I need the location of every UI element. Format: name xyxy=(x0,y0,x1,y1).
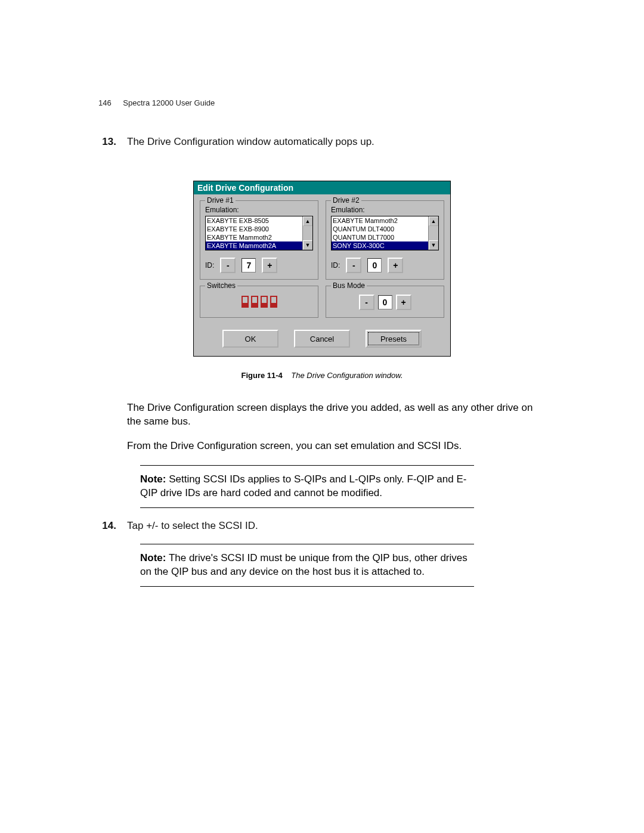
note-rule-bottom xyxy=(140,586,474,587)
step-14-text: Tap +/- to select the SCSI ID. xyxy=(127,520,546,532)
switches-legend: Switches xyxy=(205,281,237,290)
dialog-button-row: OK Cancel Presets xyxy=(200,330,444,348)
drive-2-id-row: ID: - 0 + xyxy=(331,258,439,273)
dip-switch[interactable] xyxy=(261,296,268,308)
note-1-body: Setting SCSI IDs applies to S-QIPs and L… xyxy=(140,473,466,498)
figure-caption: Figure 11-4 The Drive Configuration wind… xyxy=(98,371,546,380)
drive-1-legend: Drive #1 xyxy=(205,196,236,205)
note-1-block: Note: Setting SCSI IDs applies to S-QIPs… xyxy=(140,465,474,508)
drive-1-id-minus-button[interactable]: - xyxy=(220,258,236,273)
drive-1-emulation-listbox[interactable]: EXABYTE EXB-8505 EXABYTE EXB-8900 EXABYT… xyxy=(205,216,313,250)
list-item[interactable]: EXABYTE EXB-8505 xyxy=(206,216,302,225)
paragraph-1: The Drive Configuration screen displays … xyxy=(127,401,546,429)
dip-switch[interactable] xyxy=(251,296,258,308)
list-item[interactable]: QUANTUM DLT7000 xyxy=(332,233,428,241)
paragraph-2: From the Drive Configuration screen, you… xyxy=(127,439,546,453)
step-13-text: The Drive Configuration window automatic… xyxy=(127,136,546,148)
dip-switches xyxy=(205,291,313,310)
scroll-up-icon[interactable]: ▲ xyxy=(429,216,438,226)
page-header: 146 Spectra 12000 User Guide xyxy=(98,98,546,107)
step-14-number: 14. xyxy=(98,520,122,532)
drive-1-id-value: 7 xyxy=(242,258,256,272)
list-item-selected[interactable]: SONY SDX-300C xyxy=(332,241,428,250)
drive-2-id-value: 0 xyxy=(367,258,382,272)
drive-2-group: Drive #2 Emulation: EXABYTE Mammoth2 QUA… xyxy=(326,200,444,280)
drive-1-scrollbar[interactable]: ▲ ▼ xyxy=(302,216,312,250)
figure-text: The Drive Configuration window. xyxy=(291,371,402,380)
note-rule-top xyxy=(140,544,474,544)
guide-title: Spectra 12000 User Guide xyxy=(123,98,215,107)
scroll-down-icon[interactable]: ▼ xyxy=(303,240,312,250)
presets-button[interactable]: Presets xyxy=(366,330,422,348)
drive-1-group: Drive #1 Emulation: EXABYTE EXB-8505 EXA… xyxy=(200,200,318,280)
bus-mode-minus-button[interactable]: - xyxy=(359,295,374,310)
note-rule-bottom xyxy=(140,507,474,508)
scroll-down-icon[interactable]: ▼ xyxy=(429,240,438,250)
dip-switch[interactable] xyxy=(270,296,277,308)
bus-mode-row: - 0 + xyxy=(331,291,439,311)
list-item-selected[interactable]: EXABYTE Mammoth2A xyxy=(206,241,302,250)
drive-2-emulation-items[interactable]: EXABYTE Mammoth2 QUANTUM DLT4000 QUANTUM… xyxy=(332,216,428,250)
list-item[interactable]: QUANTUM DLT4000 xyxy=(332,225,428,233)
edit-drive-configuration-dialog: Edit Drive Configuration Drive #1 Emulat… xyxy=(193,181,451,357)
note-2-body: The drive's SCSI ID must be unique from … xyxy=(140,552,467,577)
drive-1-id-plus-button[interactable]: + xyxy=(262,258,277,273)
step-13-number: 13. xyxy=(98,136,122,148)
drive-2-id-minus-button[interactable]: - xyxy=(346,258,361,273)
lower-panels-row: Switches Bus Mode - 0 xyxy=(200,286,444,318)
drive-2-emulation-label: Emulation: xyxy=(331,206,439,214)
ok-button[interactable]: OK xyxy=(222,330,278,348)
drive-panels-row: Drive #1 Emulation: EXABYTE EXB-8505 EXA… xyxy=(200,200,444,280)
body-text-block: The Drive Configuration screen displays … xyxy=(127,401,546,453)
bus-mode-group: Bus Mode - 0 + xyxy=(326,286,444,318)
drive-2-id-label: ID: xyxy=(331,261,340,270)
drive-2-emulation-listbox[interactable]: EXABYTE Mammoth2 QUANTUM DLT4000 QUANTUM… xyxy=(331,216,439,250)
dialog-body: Drive #1 Emulation: EXABYTE EXB-8505 EXA… xyxy=(194,194,450,356)
dip-switch[interactable] xyxy=(242,296,249,308)
note-2-text: Note: The drive's SCSI ID must be unique… xyxy=(140,548,474,583)
note-label: Note: xyxy=(140,552,166,563)
note-rule-top xyxy=(140,465,474,466)
document-page: 146 Spectra 12000 User Guide 13. The Dri… xyxy=(0,0,644,718)
drive-1-id-row: ID: - 7 + xyxy=(205,258,313,273)
scroll-track[interactable] xyxy=(303,226,312,240)
drive-2-legend: Drive #2 xyxy=(331,196,361,205)
note-label: Note: xyxy=(140,473,166,485)
list-item[interactable]: EXABYTE Mammoth2 xyxy=(332,216,428,225)
switches-group: Switches xyxy=(200,286,318,318)
step-13: 13. The Drive Configuration window autom… xyxy=(98,136,546,148)
step-14: 14. Tap +/- to select the SCSI ID. xyxy=(98,520,546,532)
drive-2-scrollbar[interactable]: ▲ ▼ xyxy=(428,216,438,250)
dialog-figure: Edit Drive Configuration Drive #1 Emulat… xyxy=(98,181,546,357)
scroll-up-icon[interactable]: ▲ xyxy=(303,216,312,226)
dialog-titlebar: Edit Drive Configuration xyxy=(194,181,450,194)
drive-2-id-plus-button[interactable]: + xyxy=(388,258,403,273)
cancel-button[interactable]: Cancel xyxy=(294,330,350,348)
figure-label: Figure 11-4 xyxy=(242,371,283,380)
bus-mode-value: 0 xyxy=(378,295,392,309)
list-item[interactable]: EXABYTE EXB-8900 xyxy=(206,225,302,233)
list-item[interactable]: EXABYTE Mammoth2 xyxy=(206,233,302,241)
bus-mode-plus-button[interactable]: + xyxy=(396,295,411,310)
note-1-text: Note: Setting SCSI IDs applies to S-QIPs… xyxy=(140,469,474,504)
drive-1-emulation-items[interactable]: EXABYTE EXB-8505 EXABYTE EXB-8900 EXABYT… xyxy=(206,216,302,250)
scroll-track[interactable] xyxy=(429,226,438,240)
bus-mode-legend: Bus Mode xyxy=(331,281,367,290)
drive-1-id-label: ID: xyxy=(205,261,214,270)
note-2-block: Note: The drive's SCSI ID must be unique… xyxy=(140,544,474,587)
drive-1-emulation-label: Emulation: xyxy=(205,206,313,214)
page-number: 146 xyxy=(98,98,112,107)
